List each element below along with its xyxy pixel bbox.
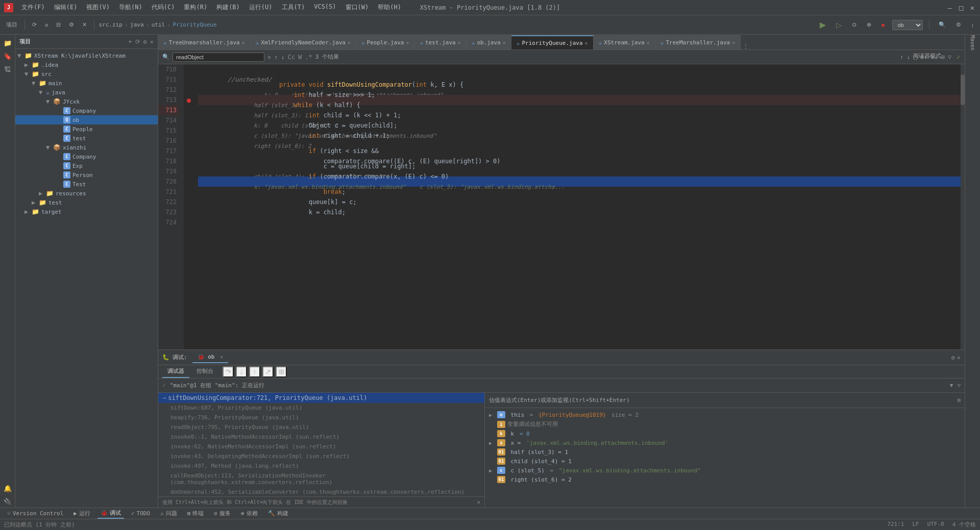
search-options[interactable]: Cc <box>288 54 295 61</box>
var-x[interactable]: ▶ x x = 'javax.xml.ws.binding.attachment… <box>485 438 965 447</box>
settings-button[interactable]: ⚙ <box>66 20 77 30</box>
tree-item-target[interactable]: ▶ 📁 target <box>15 207 158 216</box>
menu-tools[interactable]: 工具(T) <box>278 2 309 13</box>
project-panel-btn[interactable]: 📁 <box>2 37 14 49</box>
sync-button[interactable]: ⟳ <box>29 20 40 30</box>
git-btn[interactable]: ↕ <box>968 20 977 30</box>
tab-xstream[interactable]: ☕ XStream.java ✕ <box>594 35 655 49</box>
scrollbar-thumb[interactable] <box>961 74 965 105</box>
frame-current[interactable]: → siftDownUsingComparator:721, PriorityQ… <box>158 393 484 403</box>
reader-mode-button[interactable]: 阅读器模式 <box>910 51 944 61</box>
tree-item-test-folder[interactable]: ▶ 📁 test <box>15 198 158 207</box>
var-this[interactable]: ▶ ⊞ this = {PriorityQueue@1019} size = 2 <box>485 410 965 419</box>
tree-item-testclass[interactable]: C Test <box>15 180 158 189</box>
expand-button[interactable]: ⊟ <box>53 20 64 30</box>
tab-priorityqueue[interactable]: ☕ PriorityQueue.java ✕ <box>511 35 594 49</box>
menu-run[interactable]: 运行(U) <box>245 2 277 13</box>
bottom-tab-build[interactable]: 🔨 构建 <box>265 509 291 518</box>
frame-item-4[interactable]: invoke:62, NativeMethodAccessorImpl (sun… <box>158 442 484 451</box>
search-regex[interactable]: .* <box>305 54 312 61</box>
notifications-btn[interactable]: 🔔 <box>2 482 14 494</box>
run-config-select[interactable]: ob <box>892 20 923 30</box>
debug-tab-debugger[interactable]: 🐞 ob ✕ <box>192 351 229 363</box>
frame-item-0[interactable]: siftDown:687, PriorityQueue (java.util) <box>158 403 484 413</box>
filter-btn2[interactable]: ▽ <box>957 382 961 389</box>
debug-subtab-debugger[interactable]: 调试器 <box>162 365 189 378</box>
menu-code[interactable]: 代码(C) <box>148 2 179 13</box>
add-icon[interactable]: + <box>128 38 132 45</box>
project-button[interactable]: 项目 <box>3 19 20 30</box>
search-btn[interactable]: 🔍 <box>936 20 949 30</box>
tree-item-idea[interactable]: ▶ 📁 .idea <box>15 60 158 69</box>
breakpoint-713[interactable]: ● <box>184 95 194 105</box>
path-srczip[interactable]: src.zip <box>99 21 122 28</box>
menu-build[interactable]: 构建(B) <box>212 2 244 13</box>
tree-item-java[interactable]: ▼ ☕ java <box>15 88 158 97</box>
step-over-btn[interactable]: ↷ <box>223 366 234 377</box>
close-sidebar-icon[interactable]: ✕ <box>150 38 154 45</box>
var-expand[interactable]: ▶ <box>489 468 495 473</box>
bottom-tab-run[interactable]: ▶ 运行 <box>70 509 93 518</box>
tab-close[interactable]: ✕ <box>242 40 245 45</box>
frame-item-2[interactable]: readObject:795, PriorityQueue (java.util… <box>158 422 484 432</box>
search-input[interactable] <box>173 53 264 62</box>
settings-icon[interactable]: ⚙ <box>143 38 147 45</box>
tree-item-main[interactable]: ▼ 📁 main <box>15 79 158 88</box>
tree-item-src[interactable]: ▼ 📁 src <box>15 69 158 79</box>
search-prev[interactable]: ↑ <box>274 54 278 61</box>
debug-close-icon[interactable]: ✕ <box>957 354 961 361</box>
menu-navigate[interactable]: 导航(N) <box>115 2 146 13</box>
expand-all-icon[interactable]: ⊞ <box>957 397 961 403</box>
menu-file[interactable]: 文件(F) <box>17 2 49 13</box>
var-child[interactable]: 01 child (slot_4) = 1 <box>485 457 965 466</box>
bottom-tab-vc[interactable]: ⑂ Version Control <box>4 509 66 518</box>
bottom-tab-todo[interactable]: ✓ TODO <box>128 509 153 518</box>
tab-treemarshaller[interactable]: ☕ TreeMarshaller.java ✕ <box>655 35 741 49</box>
tab-treeunmarshaller[interactable]: ☕ TreeUnmarshaller.java ✕ <box>158 35 251 49</box>
tree-item-people[interactable]: C People <box>15 124 158 134</box>
maven-btn[interactable]: Maven <box>967 37 979 49</box>
bottom-tab-problems[interactable]: ⚠ 问题 <box>157 509 180 518</box>
menu-view[interactable]: 视图(V) <box>82 2 114 13</box>
tree-item-xstream[interactable]: ▼ 📁 XStream K:\javafile\XStream <box>15 51 158 60</box>
frame-item-6[interactable]: invoke:497, Method (java.lang.reflect) <box>158 461 484 471</box>
tree-item-xianzhi[interactable]: ▼ 📦 xianzhi <box>15 143 158 152</box>
tab-test[interactable]: ☕ test.java ✕ <box>414 35 466 49</box>
debug-settings-icon[interactable]: ⚙ <box>951 354 955 361</box>
hint-close[interactable]: ✕ <box>477 499 480 506</box>
settings2-btn[interactable]: ⚙ <box>953 20 964 30</box>
maximize-button[interactable]: □ <box>958 4 965 11</box>
debug-run-button[interactable]: ▷ <box>833 19 845 31</box>
profile-button[interactable]: ⊕ <box>864 20 874 30</box>
sync-icon[interactable]: ⟳ <box>135 38 140 45</box>
step-out-btn[interactable]: ↑ <box>249 366 260 377</box>
path-java[interactable]: java <box>130 21 144 28</box>
debug-subtab-console[interactable]: 控制台 <box>191 365 218 378</box>
tab-close[interactable]: ✕ <box>732 40 735 45</box>
clear-search[interactable]: ✕ <box>267 54 271 61</box>
tab-people[interactable]: ☕ People.java ✕ <box>356 35 415 49</box>
tab-xmlfriendly[interactable]: ☕ XmlFriendlyNameCoder.java ✕ <box>251 35 356 49</box>
search-filter[interactable]: ▽ <box>948 54 951 61</box>
menu-window[interactable]: 窗口(W) <box>341 2 373 13</box>
tree-item-test1[interactable]: C test <box>15 134 158 143</box>
debug-tab-close[interactable]: ✕ <box>220 354 223 360</box>
tab-close[interactable]: ✕ <box>647 40 650 45</box>
frame-item-1[interactable]: heapify:736, PriorityQueue (java.util) <box>158 413 484 422</box>
step-into-btn[interactable]: ↓ <box>236 366 247 377</box>
menu-vcs[interactable]: VCS(S) <box>310 2 340 13</box>
bottom-tab-terminal[interactable]: ⊞ 终端 <box>184 509 207 518</box>
var-expand[interactable]: ▶ <box>489 440 495 446</box>
tree-item-ob[interactable]: O ob <box>15 115 158 124</box>
bottom-tab-deps[interactable]: ⊕ 依赖 <box>238 509 261 518</box>
run-to-cursor-btn[interactable]: ↗ <box>262 366 274 377</box>
stop-button[interactable]: ■ <box>878 20 888 30</box>
tab-close[interactable]: ✕ <box>458 40 461 45</box>
tree-item-company1[interactable]: C Company <box>15 106 158 115</box>
frame-item-7[interactable]: callReadObject:113, SerializationMethodI… <box>158 471 484 487</box>
search-next[interactable]: ↓ <box>281 54 284 61</box>
tab-ob[interactable]: ☕ ob.java ✕ <box>467 35 511 49</box>
tree-item-company2[interactable]: C Company <box>15 152 158 161</box>
tree-item-exp[interactable]: C Exp <box>15 161 158 170</box>
filter-icon[interactable]: ▼ <box>950 382 953 389</box>
